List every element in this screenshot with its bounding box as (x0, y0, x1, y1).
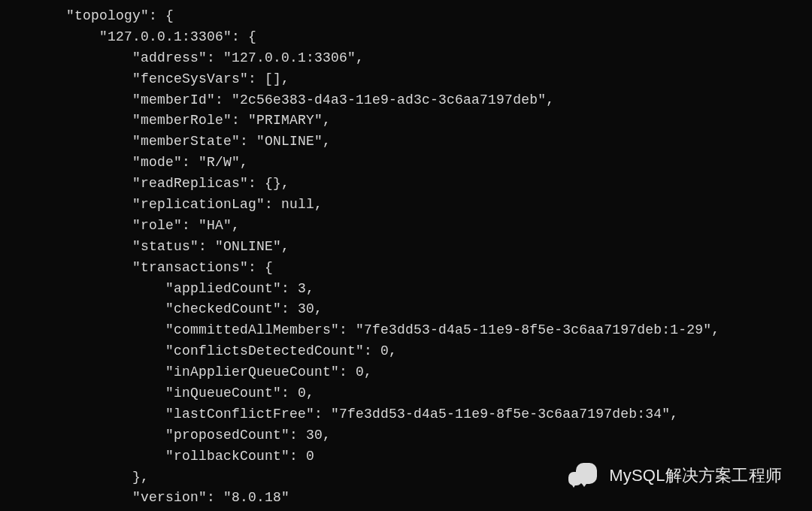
code-line: "proposedCount": 30, (0, 428, 331, 443)
code-line: "inQueueCount": 0, (0, 386, 314, 401)
code-line: "rollbackCount": 0 (0, 449, 314, 464)
code-line: "memberState": "ONLINE", (0, 134, 331, 149)
code-line: "checkedCount": 30, (0, 301, 323, 316)
code-line: "conflictsDetectedCount": 0, (0, 343, 397, 358)
watermark: MySQL解决方案工程师 (568, 461, 782, 490)
code-line: "readReplicas": {}, (0, 176, 289, 191)
code-line: "status": "ONLINE", (0, 239, 289, 254)
code-line: "fenceSysVars": [], (0, 71, 289, 86)
code-line: "committedAllMembers": "7fe3dd53-d4a5-11… (0, 322, 720, 337)
code-line: "memberRole": "PRIMARY", (0, 113, 331, 128)
code-line: "role": "HA", (0, 218, 240, 233)
code-line: "inApplierQueueCount": 0, (0, 364, 372, 379)
code-line: "version": "8.0.18" (0, 490, 289, 505)
json-code-block: "topology": { "127.0.0.1:3306": { "addre… (0, 0, 812, 511)
code-line: }, (0, 470, 149, 485)
code-line: "replicationLag": null, (0, 197, 323, 212)
code-line: "transactions": { (0, 260, 273, 275)
code-line: "topology": { (0, 8, 174, 23)
code-line: "127.0.0.1:3306": { (0, 29, 256, 44)
code-line: "lastConflictFree": "7fe3dd53-d4a5-11e9-… (0, 407, 678, 422)
wechat-icon (568, 461, 601, 490)
code-line: "appliedCount": 3, (0, 281, 314, 296)
code-line: "address": "127.0.0.1:3306", (0, 50, 364, 65)
watermark-text: MySQL解决方案工程师 (609, 463, 782, 488)
code-line: "memberId": "2c56e383-d4a3-11e9-ad3c-3c6… (0, 92, 554, 107)
code-line: "mode": "R/W", (0, 155, 248, 170)
